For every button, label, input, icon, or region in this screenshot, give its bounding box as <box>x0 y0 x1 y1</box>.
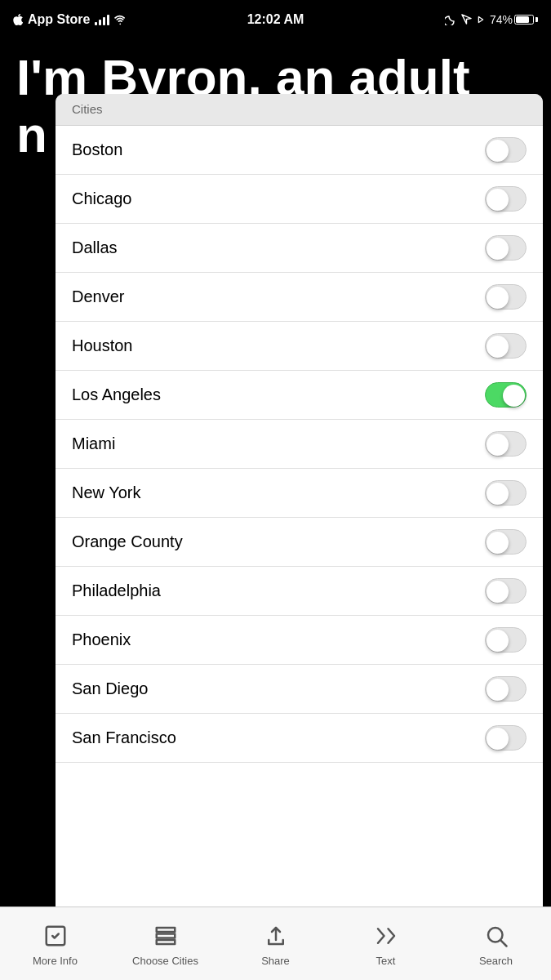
status-time: 12:02 AM <box>247 12 304 27</box>
city-toggle[interactable] <box>485 186 527 212</box>
cities-list[interactable]: BostonChicagoDallasDenverHoustonLos Ange… <box>56 126 543 906</box>
toggle-knob <box>503 385 525 407</box>
toggle-knob <box>487 679 509 701</box>
city-name: Phoenix <box>72 630 131 649</box>
toggle-knob <box>487 630 509 652</box>
status-bar: App Store 12:02 AM 74% <box>0 0 551 38</box>
city-name: Denver <box>72 287 124 306</box>
city-name: Miami <box>72 434 115 453</box>
tab-text-label: Text <box>376 955 396 967</box>
city-name: Philadelphia <box>72 581 161 600</box>
toggle-knob <box>487 238 509 260</box>
city-row[interactable]: Boston <box>56 126 543 175</box>
tab-text[interactable]: Text <box>331 921 441 967</box>
city-row[interactable]: Los Angeles <box>56 371 543 420</box>
toggle-knob <box>487 287 509 309</box>
svg-line-6 <box>500 940 506 946</box>
city-name: Boston <box>72 140 122 159</box>
carrier-label: App Store <box>28 12 90 27</box>
city-toggle[interactable] <box>485 529 527 555</box>
toggle-knob <box>487 140 509 162</box>
city-name: New York <box>72 483 141 502</box>
toggle-knob <box>487 728 509 750</box>
tab-more-info-label: More Info <box>33 955 78 967</box>
tab-share[interactable]: Share <box>220 921 331 967</box>
svg-point-0 <box>120 23 122 24</box>
city-row[interactable]: Phoenix <box>56 616 543 665</box>
tab-choose-cities-label: Choose Cities <box>132 955 198 967</box>
tab-share-label: Share <box>261 955 290 967</box>
tab-search-label: Search <box>479 955 513 967</box>
tab-choose-cities[interactable]: Choose Cities <box>110 921 220 967</box>
city-toggle[interactable] <box>485 676 527 702</box>
city-row[interactable]: Orange County <box>56 518 543 567</box>
svg-rect-4 <box>156 940 175 944</box>
city-toggle[interactable] <box>485 333 527 359</box>
city-name: San Diego <box>72 679 148 698</box>
battery: 74% <box>490 13 538 26</box>
city-name: San Francisco <box>72 728 176 747</box>
city-name: Los Angeles <box>72 385 161 404</box>
toggle-knob <box>487 532 509 554</box>
toggle-knob <box>487 434 509 456</box>
status-right: 74% <box>445 13 538 26</box>
city-toggle[interactable] <box>485 725 527 751</box>
section-header: Cities <box>56 94 543 126</box>
tab-more-info[interactable]: More Info <box>0 921 110 967</box>
list-icon <box>151 921 180 951</box>
city-row[interactable]: San Diego <box>56 665 543 714</box>
city-name: Houston <box>72 336 133 355</box>
city-row[interactable]: New York <box>56 469 543 518</box>
share-icon <box>261 921 291 951</box>
city-toggle[interactable] <box>485 578 527 604</box>
city-toggle[interactable] <box>485 382 527 408</box>
city-row[interactable]: Chicago <box>56 175 543 224</box>
toggle-knob <box>487 581 509 603</box>
city-name: Chicago <box>72 189 131 208</box>
toggle-knob <box>487 336 509 358</box>
section-header-label: Cities <box>72 102 103 116</box>
city-toggle[interactable] <box>485 284 527 310</box>
tab-search[interactable]: Search <box>441 921 551 967</box>
forward-icon <box>371 921 401 951</box>
toggle-knob <box>487 189 509 211</box>
svg-rect-3 <box>156 933 175 938</box>
svg-rect-2 <box>156 928 175 932</box>
city-toggle[interactable] <box>485 480 527 506</box>
city-toggle[interactable] <box>485 235 527 261</box>
toggle-knob <box>487 483 509 505</box>
signal-bars <box>95 14 109 25</box>
city-row[interactable]: Houston <box>56 322 543 371</box>
battery-pct: 74% <box>490 13 513 26</box>
search-icon <box>482 921 511 951</box>
city-row[interactable]: Philadelphia <box>56 567 543 616</box>
city-row[interactable]: San Francisco <box>56 714 543 763</box>
city-row[interactable]: Denver <box>56 273 543 322</box>
city-name: Dallas <box>72 238 118 257</box>
city-toggle[interactable] <box>485 431 527 457</box>
city-name: Orange County <box>72 532 183 551</box>
tab-bar: More Info Choose Cities Share <box>0 906 551 980</box>
check-square-icon <box>41 921 70 951</box>
city-row[interactable]: Dallas <box>56 224 543 273</box>
city-row[interactable]: Miami <box>56 420 543 469</box>
city-toggle[interactable] <box>485 137 527 163</box>
city-toggle[interactable] <box>485 627 527 653</box>
status-left: App Store <box>13 12 129 27</box>
cities-modal: Cities BostonChicagoDallasDenverHoustonL… <box>56 94 543 906</box>
